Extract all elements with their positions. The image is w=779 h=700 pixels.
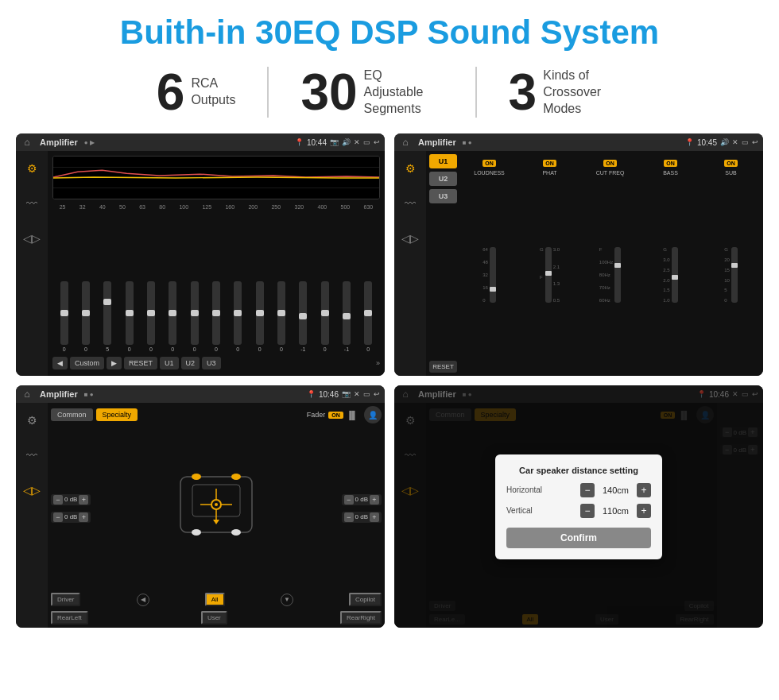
slider-400: 0: [321, 281, 329, 352]
left-sidebar-1: ⚙ 〰 ◁▷: [16, 151, 48, 376]
eq-main-content: 25 32 40 50 63 80 100 125 160 200 250 32…: [48, 151, 385, 376]
speaker-controls: − 0 dB + − 0 dB +: [51, 427, 382, 590]
eq-icon[interactable]: ⚙: [21, 157, 43, 180]
eq-icon-2[interactable]: ⚙: [399, 157, 421, 180]
minus-bottom-right[interactable]: −: [344, 512, 354, 522]
slider-500: -1: [343, 281, 351, 352]
stat-eq: 30 EQ Adjustable Segments: [269, 67, 476, 118]
settings-circle-icon[interactable]: 👤: [364, 406, 382, 423]
camera-icon: 📷: [330, 138, 339, 146]
slider-32: 0: [82, 281, 90, 352]
all-btn[interactable]: All: [205, 593, 225, 606]
slider-100: 0: [191, 281, 199, 352]
tab-specialty[interactable]: Specialty: [96, 408, 138, 421]
plus-top-left[interactable]: +: [79, 495, 88, 505]
svg-point-6: [192, 474, 201, 480]
home-icon-2[interactable]: ⌂: [399, 136, 412, 149]
top-left-db: − 0 dB +: [51, 494, 91, 505]
location-icon-3: 📍: [307, 390, 316, 398]
rearright-btn[interactable]: RearRight: [340, 611, 382, 625]
screen2-title: Amplifier: [418, 137, 456, 147]
wave-icon-2[interactable]: 〰: [399, 192, 421, 215]
slider-160: 0: [234, 281, 242, 352]
expand-icon[interactable]: »: [376, 359, 380, 367]
vertical-minus[interactable]: −: [580, 504, 595, 518]
eq-icon-3[interactable]: ⚙: [21, 409, 43, 431]
status-bar-1: ⌂ Amplifier ● ▶ 📍 10:44 📷 🔊 ✕ ▭ ↩: [16, 133, 385, 151]
u1-button[interactable]: U1: [160, 357, 179, 369]
stat-number-eq: 30: [300, 67, 357, 118]
channel-bass: ON BASS G 3.0 2.5 2.0 1.5 1.0: [641, 154, 700, 373]
close-icon-3: ✕: [354, 390, 360, 398]
u2-button[interactable]: U2: [181, 357, 200, 369]
home-icon-3[interactable]: ⌂: [21, 388, 33, 400]
dialog-title: Car speaker distance setting: [506, 466, 651, 475]
svg-marker-16: [213, 520, 219, 524]
plus-bottom-right[interactable]: +: [370, 512, 379, 522]
tab-common[interactable]: Common: [51, 408, 93, 421]
stat-rca: 6 RCA Outputs: [125, 67, 269, 118]
minus-bottom-left[interactable]: −: [53, 512, 63, 522]
screen-crossover: ⌂ Amplifier ■ ● 📍 10:46 📷 ✕ ▭ ↩ ⚙ 〰 ◁▷ C…: [16, 385, 385, 628]
left-arrow-icon[interactable]: ◀: [137, 594, 149, 606]
amp-presets: U1 U2 U3 RESET: [429, 154, 457, 373]
down-arrow-icon[interactable]: ▼: [281, 594, 293, 606]
distance-dialog: Car speaker distance setting Horizontal …: [495, 454, 662, 559]
plus-bottom-left[interactable]: +: [79, 512, 88, 522]
horizontal-minus[interactable]: −: [580, 483, 595, 497]
prev-button[interactable]: ◀: [52, 357, 68, 369]
home-icon[interactable]: ⌂: [21, 136, 33, 149]
horizontal-plus[interactable]: +: [637, 483, 651, 497]
window-icon: ▭: [363, 138, 370, 146]
speaker-icon[interactable]: ◁▷: [21, 227, 43, 249]
u3-button[interactable]: U3: [202, 357, 221, 369]
rearleft-btn[interactable]: RearLeft: [51, 611, 88, 625]
car-diagram-container: [95, 461, 336, 556]
custom-button[interactable]: Custom: [70, 357, 104, 369]
screen-amp-channels: ⌂ Amplifier ■ ● 📍 10:45 🔊 ✕ ▭ ↩ ⚙ 〰 ◁▷ U…: [394, 133, 763, 376]
vertical-control: − 110cm +: [580, 504, 651, 518]
reset-btn-2[interactable]: RESET: [429, 361, 457, 373]
close-icon-2: ✕: [732, 138, 738, 146]
preset-u1[interactable]: U1: [429, 154, 457, 168]
amp-channels-grid: ON LOUDNESS 64 48 32 16 0: [460, 154, 760, 373]
eq-graph: [52, 156, 380, 199]
minus-top-left[interactable]: −: [53, 495, 63, 505]
close-icon: ✕: [354, 138, 360, 146]
crossover-tabs: Common Specialty Fader ON ▐▌ 👤: [51, 406, 382, 423]
speaker-icon-3[interactable]: ◁▷: [21, 479, 43, 501]
confirm-button[interactable]: Confirm: [506, 528, 651, 548]
screens-grid: ⌂ Amplifier ● ▶ 📍 10:44 📷 🔊 ✕ ▭ ↩ ⚙ 〰 ◁▷: [0, 127, 779, 634]
screen3-body: ⚙ 〰 ◁▷ Common Specialty Fader ON ▐▌ 👤: [16, 403, 385, 628]
plus-top-right[interactable]: +: [370, 495, 379, 505]
preset-u2[interactable]: U2: [429, 172, 457, 186]
screen3-title: Amplifier: [40, 389, 78, 399]
reset-button[interactable]: RESET: [124, 357, 157, 369]
bottom-labels-3b: RearLeft User RearRight: [51, 611, 382, 625]
top-right-db: − 0 dB +: [342, 494, 382, 505]
play-button[interactable]: ▶: [107, 357, 122, 369]
preset-u3[interactable]: U3: [429, 189, 457, 203]
slider-50: 0: [126, 281, 134, 352]
driver-btn[interactable]: Driver: [51, 593, 80, 606]
wave-icon-3[interactable]: 〰: [21, 444, 43, 466]
volume-icon: 🔊: [342, 138, 351, 146]
copilot-btn[interactable]: Copilot: [349, 593, 382, 606]
bottom-labels-3: Driver ◀ All ▼ Copilot: [51, 593, 382, 606]
minus-top-right[interactable]: −: [344, 495, 354, 505]
user-btn-3[interactable]: User: [201, 611, 227, 625]
vertical-row: Vertical − 110cm +: [506, 504, 651, 518]
wave-icon[interactable]: 〰: [21, 192, 43, 215]
speaker-icon-2[interactable]: ◁▷: [399, 227, 421, 249]
slider-200: 0: [256, 281, 264, 352]
bottom-left-db: − 0 dB +: [51, 512, 91, 523]
window-icon-3: ▭: [363, 390, 370, 398]
horizontal-control: − 140cm +: [580, 483, 651, 497]
horizontal-row: Horizontal − 140cm +: [506, 483, 651, 497]
channel-sub: ON SUB G 20 15 10 5 0: [702, 154, 760, 373]
vertical-plus[interactable]: +: [637, 504, 651, 518]
channel-loudness: ON LOUDNESS 64 48 32 16 0: [460, 154, 518, 373]
fader-slider[interactable]: ▐▌: [347, 411, 358, 420]
slider-40: 5: [103, 281, 111, 352]
status-icons-3: 📍 10:46 📷 ✕ ▭ ↩: [307, 390, 380, 399]
